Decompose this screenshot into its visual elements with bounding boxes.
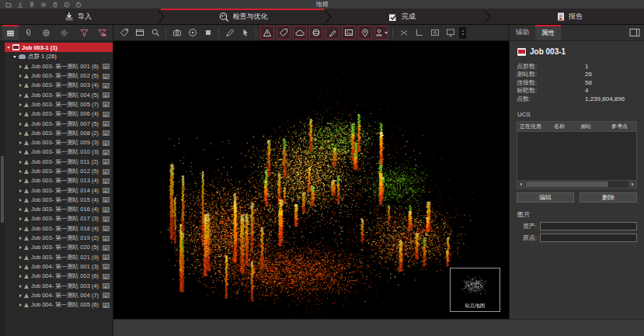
station-image-icon[interactable] (103, 264, 110, 269)
tree-item-station[interactable]: Job 003- 第一测站 018 (4) (5, 224, 113, 234)
toolbar-grip[interactable] (459, 27, 466, 39)
station-image-icon[interactable] (103, 178, 110, 184)
step-report[interactable]: 报告 (556, 9, 583, 25)
expand-caret-icon[interactable] (19, 74, 22, 78)
tree-item-station[interactable]: Job 003- 第一测站 009 (3) (5, 138, 113, 147)
image-filter-icon[interactable] (342, 26, 356, 40)
station-image-icon[interactable] (103, 303, 110, 308)
tree-item-station[interactable]: Job 003- 第一测站 001 (6) (5, 62, 113, 71)
usb-icon[interactable] (29, 2, 35, 8)
station-image-icon[interactable] (103, 140, 110, 146)
expand-caret-icon[interactable] (19, 275, 22, 278)
expand-caret-icon[interactable] (19, 141, 22, 144)
expand-caret-icon[interactable] (19, 227, 22, 230)
expand-caret-icon[interactable] (19, 132, 22, 135)
tree-item-station[interactable]: Job 003- 第一测站 016 (4) (5, 205, 113, 214)
station-image-icon[interactable] (103, 188, 110, 193)
layout-icon[interactable] (629, 28, 640, 37)
stop-icon[interactable] (201, 26, 214, 40)
person-filter-icon[interactable] (374, 26, 388, 40)
tree-item-station[interactable]: Job 004- 第一测站 004 (7) (5, 291, 113, 300)
tree-item-station[interactable]: Job 003- 第一测站 011 (2) (5, 158, 113, 167)
tree-item-station[interactable]: Job 003- 第一测站 010 (3) (5, 147, 113, 157)
expand-caret-icon[interactable] (19, 199, 22, 202)
open-folder-icon[interactable] (5, 2, 12, 8)
camera-icon[interactable] (170, 26, 183, 40)
station-image-icon[interactable] (103, 274, 110, 279)
ucs-col-in-use[interactable]: 正在使用 (517, 123, 552, 130)
scroll-right-icon[interactable] (628, 181, 636, 188)
station-image-icon[interactable] (103, 197, 110, 203)
expand-caret-icon[interactable] (19, 294, 22, 297)
select-cursor-icon[interactable] (238, 26, 252, 40)
station-image-icon[interactable] (103, 255, 110, 260)
tree-item-station[interactable]: Job 003- 第一测站 012 (5) (5, 167, 113, 176)
origin-input[interactable] (540, 234, 637, 242)
tree-item-station[interactable]: Job 003- 第一测站 015 (4) (5, 196, 113, 205)
tree-item-station[interactable]: Job 003- 第一测站 020 (5) (5, 243, 113, 252)
ucs-col-name[interactable]: 名称 (552, 123, 578, 130)
tab-properties[interactable]: 属性 (535, 25, 561, 40)
station-image-icon[interactable] (103, 236, 110, 241)
step-inspect-optimize[interactable]: 检查与优化 (219, 9, 268, 25)
tab-globe[interactable] (38, 25, 54, 40)
scroll-track[interactable] (525, 181, 628, 188)
expand-caret-icon[interactable] (19, 303, 22, 307)
station-image-icon[interactable] (103, 283, 110, 289)
filter-stations-icon[interactable] (76, 25, 92, 40)
expand-caret-icon[interactable] (19, 179, 22, 182)
station-image-icon[interactable] (103, 64, 110, 69)
station-image-icon[interactable] (103, 83, 110, 88)
snapshot-icon[interactable] (428, 26, 441, 40)
expand-caret-icon[interactable] (19, 65, 22, 68)
collapse-caret-icon[interactable] (13, 56, 16, 58)
tree-item-station[interactable]: Job 003- 第一测站 013 (4) (5, 176, 113, 185)
chevron-down-icon[interactable] (385, 32, 388, 34)
panorama-camera-icon[interactable] (186, 26, 199, 40)
tree-item-point-group[interactable]: 点群 1 (26) (5, 52, 113, 61)
expand-caret-icon[interactable] (19, 189, 22, 192)
tree-item-station[interactable]: Job 003- 第一测站 017 (3) (5, 214, 113, 223)
corner-axis-icon[interactable] (413, 26, 426, 40)
cloud-filter-icon[interactable] (293, 26, 307, 40)
step-finish[interactable]: 完成 (388, 9, 416, 25)
station-image-icon[interactable] (103, 130, 110, 136)
tree-scrollbar-thumb[interactable] (1, 156, 4, 223)
station-image-icon[interactable] (103, 112, 110, 117)
expand-caret-icon[interactable] (19, 237, 22, 240)
expand-caret-icon[interactable] (19, 265, 22, 268)
expand-caret-icon[interactable] (19, 84, 22, 87)
power-icon[interactable] (75, 2, 82, 8)
info-icon[interactable] (64, 2, 70, 8)
station-image-icon[interactable] (103, 293, 110, 298)
pin-filter-icon[interactable] (358, 26, 372, 40)
station-image-icon[interactable] (103, 159, 110, 165)
station-image-icon[interactable] (103, 216, 110, 222)
tree-item-station[interactable]: Job 004- 第一测站 003 (4) (5, 281, 113, 290)
delete-icon[interactable] (52, 2, 58, 8)
expand-caret-icon[interactable] (19, 256, 22, 259)
minimap[interactable]: 站点地图 (450, 268, 500, 312)
tab-attachments[interactable] (20, 25, 37, 40)
window-tool-icon[interactable] (133, 26, 146, 40)
tree-item-station[interactable]: Job 004- 第一测站 002 (6) (5, 272, 113, 281)
ucs-hscrollbar[interactable] (517, 180, 636, 188)
tree-item-station[interactable]: Job 003- 第一测站 002 (5) (5, 71, 113, 81)
station-image-icon[interactable] (103, 92, 110, 98)
tree-item-station[interactable]: Job 003- 第一测站 008 (2) (5, 129, 113, 138)
collapse-caret-icon[interactable] (7, 47, 10, 49)
ucs-table-body[interactable] (517, 132, 636, 180)
tag-tool-icon[interactable] (117, 26, 131, 40)
edit-button[interactable]: 编辑 (517, 192, 574, 203)
transform-icon[interactable] (397, 26, 410, 40)
expand-caret-icon[interactable] (19, 103, 22, 106)
expand-caret-icon[interactable] (19, 170, 22, 173)
tab-project-tree[interactable] (2, 25, 19, 40)
tree-item-station[interactable]: Job 003- 第一测站 007 (5) (5, 119, 113, 128)
expand-caret-icon[interactable] (19, 94, 22, 97)
tree-item-station[interactable]: Job 003- 第一测站 019 (2) (5, 234, 113, 243)
step-import[interactable]: 导入 (64, 9, 92, 25)
expand-caret-icon[interactable] (19, 208, 22, 211)
scroll-thumb[interactable] (526, 182, 608, 187)
ucs-col-refpoint[interactable]: 参考点 (609, 123, 636, 130)
